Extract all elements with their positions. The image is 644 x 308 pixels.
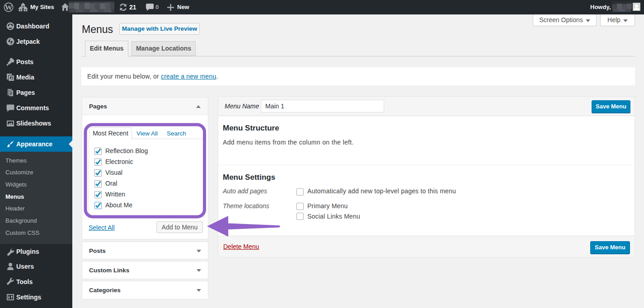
svg-text:W: W: [5, 3, 13, 12]
